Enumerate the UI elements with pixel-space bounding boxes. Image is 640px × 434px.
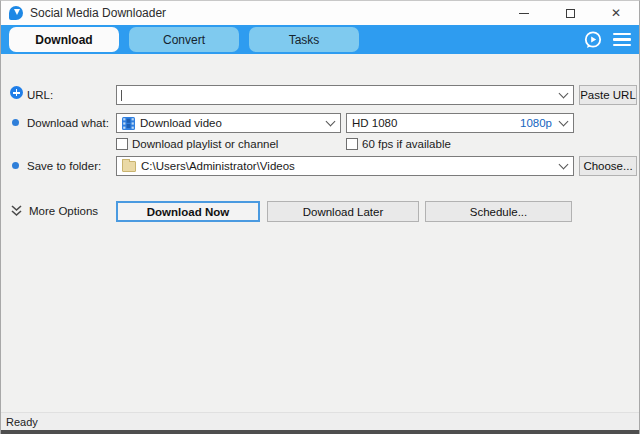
fps-checkbox-label: 60 fps if available	[362, 138, 451, 150]
window-title: Social Media Downloader	[30, 6, 166, 20]
playlist-checkbox-label: Download playlist or channel	[132, 138, 278, 150]
more-options-toggle[interactable]: More Options	[29, 205, 98, 217]
url-input[interactable]	[116, 85, 574, 105]
playlist-checkbox[interactable]	[116, 138, 128, 150]
double-chevron-down-icon[interactable]	[10, 204, 23, 218]
feedback-bubble-play-icon[interactable]	[582, 29, 604, 51]
tab-convert-label: Convert	[163, 33, 205, 47]
download-what-label: Download what:	[27, 117, 109, 129]
download-later-button[interactable]: Download Later	[267, 201, 419, 222]
status-text: Ready	[6, 416, 38, 428]
chevron-down-icon[interactable]	[559, 89, 569, 99]
chevron-down-icon[interactable]	[559, 117, 569, 127]
choose-folder-button[interactable]: Choose...	[579, 156, 637, 176]
video-film-icon	[122, 117, 135, 130]
menu-hamburger-icon[interactable]	[613, 33, 631, 47]
close-icon: ✕	[611, 7, 621, 19]
minimize-button[interactable]	[501, 1, 547, 25]
tab-tasks-label: Tasks	[289, 33, 320, 47]
bullet-icon	[12, 162, 19, 169]
choose-folder-label: Choose...	[583, 160, 632, 172]
schedule-button[interactable]: Schedule...	[425, 201, 572, 222]
folder-icon	[122, 161, 136, 172]
quality-select[interactable]: HD 1080 1080p	[346, 113, 574, 133]
tab-download[interactable]: Download	[9, 27, 119, 52]
close-button[interactable]: ✕	[593, 1, 639, 25]
tab-bar: Download Convert Tasks	[1, 25, 639, 54]
text-caret	[121, 90, 122, 101]
save-folder-select[interactable]: C:\Users\Administrator\Videos	[116, 156, 574, 176]
schedule-label: Schedule...	[470, 206, 528, 218]
quality-badge: 1080p	[520, 117, 552, 129]
add-url-icon	[10, 86, 23, 99]
tab-tasks[interactable]: Tasks	[249, 27, 359, 52]
bullet-icon	[12, 119, 19, 126]
fps-checkbox[interactable]	[346, 138, 358, 150]
download-what-value: Download video	[140, 117, 222, 129]
maximize-icon	[566, 9, 575, 18]
url-label: URL:	[27, 89, 53, 101]
status-bar: Ready	[1, 412, 639, 430]
window-bottom-border	[1, 430, 639, 434]
quality-name: HD 1080	[352, 117, 397, 129]
download-now-button[interactable]: Download Now	[116, 201, 260, 222]
chevron-down-icon[interactable]	[326, 117, 336, 127]
download-now-label: Download Now	[147, 206, 229, 218]
download-later-label: Download Later	[303, 206, 384, 218]
minimize-icon	[519, 13, 529, 14]
app-logo-icon	[9, 6, 23, 20]
chevron-down-icon[interactable]	[559, 160, 569, 170]
title-bar: Social Media Downloader ✕	[1, 1, 639, 25]
paste-url-button[interactable]: Paste URL	[579, 85, 637, 105]
save-to-label: Save to folder:	[27, 160, 101, 172]
window-controls: ✕	[501, 1, 639, 25]
maximize-button[interactable]	[547, 1, 593, 25]
app-window: Social Media Downloader ✕ Download Conve…	[0, 0, 640, 434]
save-folder-value: C:\Users\Administrator\Videos	[141, 160, 295, 172]
paste-url-label: Paste URL	[580, 89, 636, 101]
tab-convert[interactable]: Convert	[129, 27, 239, 52]
download-panel: URL: Paste URL Download what: Download v…	[1, 54, 639, 412]
tab-download-label: Download	[35, 33, 92, 47]
download-what-select[interactable]: Download video	[116, 113, 341, 133]
